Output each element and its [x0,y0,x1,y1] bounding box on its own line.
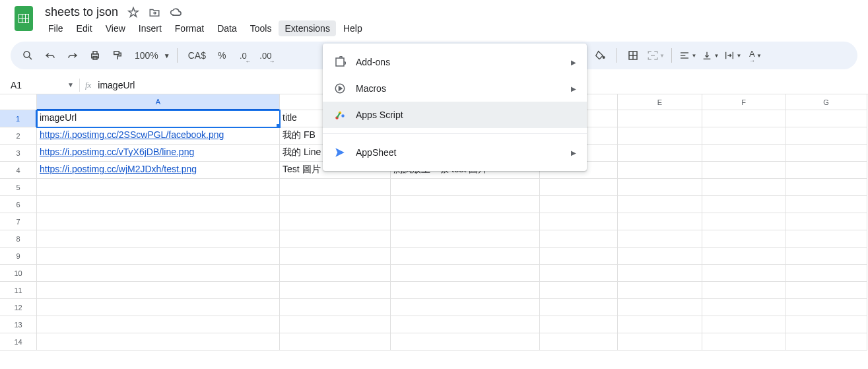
cell-F2[interactable] [702,127,785,145]
cell-D7[interactable] [540,213,618,230]
cell-A2[interactable]: https://i.postimg.cc/2SScwPGL/facebook.p… [37,127,280,145]
menu-file[interactable]: File [42,20,69,36]
cell-C14[interactable] [391,333,540,351]
cell-C6[interactable] [391,196,540,213]
merge-cells-icon[interactable]: ▼ [646,46,665,65]
cell-G2[interactable] [785,127,867,145]
cell-F8[interactable] [702,230,785,248]
cell-G13[interactable] [785,316,867,333]
currency-format-button[interactable]: CA$ [184,50,210,61]
row-header-11[interactable]: 11 [0,282,37,299]
cell-B11[interactable] [280,282,391,299]
cell-A14[interactable] [37,333,280,351]
row-header-12[interactable]: 12 [0,299,37,316]
cell-B6[interactable] [280,196,391,213]
cell-B13[interactable] [280,316,391,333]
vertical-align-icon[interactable]: ▼ [701,46,719,65]
menu-format[interactable]: Format [169,20,210,36]
cell-C12[interactable] [391,299,540,316]
cell-A13[interactable] [37,316,280,333]
cell-D9[interactable] [540,248,618,265]
menu-help[interactable]: Help [337,20,368,36]
extensions-appsheet[interactable]: AppSheet▶ [323,139,587,166]
cell-E9[interactable] [618,248,702,265]
cell-F3[interactable] [702,145,785,162]
row-header-8[interactable]: 8 [0,230,37,248]
name-box-dropdown-icon[interactable]: ▼ [67,81,74,88]
cell-F6[interactable] [702,196,785,213]
cell-F7[interactable] [702,213,785,230]
cell-D5[interactable] [540,179,618,196]
row-header-1[interactable]: 1 [0,110,37,127]
row-header-13[interactable]: 13 [0,316,37,333]
row-header-10[interactable]: 10 [0,265,37,282]
cell-E2[interactable] [618,127,702,145]
cell-D13[interactable] [540,316,618,333]
row-header-5[interactable]: 5 [0,179,37,196]
cell-B7[interactable] [280,213,391,230]
cell-E8[interactable] [618,230,702,248]
increase-decimal-icon[interactable]: .00→ [256,46,275,65]
cell-E12[interactable] [618,299,702,316]
cell-A10[interactable] [37,265,280,282]
column-header-A[interactable]: A [37,94,280,110]
extensions-macros[interactable]: Macros▶ [323,75,587,102]
cell-B5[interactable] [280,179,391,196]
extensions-add-ons[interactable]: Add-ons▶ [323,49,587,75]
cell-B12[interactable] [280,299,391,316]
sheets-logo[interactable] [11,5,37,32]
cell-E1[interactable] [618,110,702,127]
cell-A4[interactable]: https://i.postimg.cc/wjM2JDxh/test.png [37,162,280,179]
row-header-7[interactable]: 7 [0,213,37,230]
cell-G10[interactable] [785,265,867,282]
cell-C9[interactable] [391,248,540,265]
undo-icon[interactable] [41,46,59,65]
cell-B9[interactable] [280,248,391,265]
cell-D8[interactable] [540,230,618,248]
cell-G9[interactable] [785,248,867,265]
cell-A7[interactable] [37,213,280,230]
cell-A5[interactable] [37,179,280,196]
move-folder-icon[interactable] [149,7,160,18]
paint-format-icon[interactable] [108,46,127,65]
cell-D12[interactable] [540,299,618,316]
cell-C13[interactable] [391,316,540,333]
cell-G11[interactable] [785,282,867,299]
cell-D11[interactable] [540,282,618,299]
cell-B8[interactable] [280,230,391,248]
fill-color-icon[interactable] [591,46,610,65]
cell-E11[interactable] [618,282,702,299]
cell-G8[interactable] [785,230,867,248]
cell-A12[interactable] [37,299,280,316]
menu-extensions[interactable]: Extensions [279,20,335,36]
cell-G5[interactable] [785,179,867,196]
redo-icon[interactable] [63,46,82,65]
cell-G12[interactable] [785,299,867,316]
cell-G4[interactable] [785,162,867,179]
cell-G1[interactable] [785,110,867,127]
row-header-2[interactable]: 2 [0,127,37,145]
cell-F4[interactable] [702,162,785,179]
select-all-corner[interactable] [0,94,37,110]
menu-tools[interactable]: Tools [244,20,278,36]
star-icon[interactable] [127,7,139,18]
decrease-decimal-icon[interactable]: .0← [234,46,252,65]
cell-B10[interactable] [280,265,391,282]
row-header-9[interactable]: 9 [0,248,37,265]
text-rotation-icon[interactable]: A→▼ [746,46,764,65]
cell-E4[interactable] [618,162,702,179]
cell-E6[interactable] [618,196,702,213]
cell-F5[interactable] [702,179,785,196]
cell-A9[interactable] [37,248,280,265]
cell-D6[interactable] [540,196,618,213]
cell-F14[interactable] [702,333,785,351]
row-header-6[interactable]: 6 [0,196,37,213]
cell-C8[interactable] [391,230,540,248]
cell-C10[interactable] [391,265,540,282]
cell-E5[interactable] [618,179,702,196]
cell-D10[interactable] [540,265,618,282]
row-header-14[interactable]: 14 [0,333,37,351]
cell-G3[interactable] [785,145,867,162]
percent-format-button[interactable]: % [214,50,230,61]
cell-F11[interactable] [702,282,785,299]
